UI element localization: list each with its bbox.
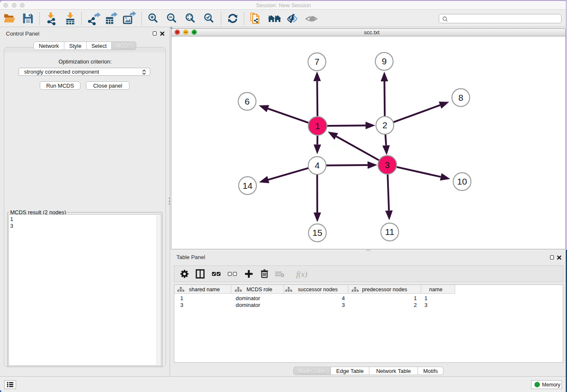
svg-text:predecessor nodes: predecessor nodes [362, 287, 407, 293]
svg-text:shared name: shared name [189, 287, 220, 293]
svg-text:14: 14 [242, 181, 253, 190]
svg-text:successor nodes: successor nodes [298, 287, 338, 293]
svg-text:10: 10 [457, 177, 467, 186]
svg-text:8: 8 [458, 93, 463, 102]
svg-text:4: 4 [315, 160, 320, 170]
svg-text:3: 3 [385, 160, 390, 170]
svg-text:7: 7 [314, 57, 319, 66]
svg-text:6: 6 [245, 97, 250, 106]
svg-text:11: 11 [385, 227, 394, 237]
svg-text:f(x): f(x) [296, 270, 307, 279]
svg-text:MCDS role: MCDS role [246, 287, 272, 293]
svg-text:9: 9 [382, 56, 387, 66]
svg-text:1: 1 [315, 121, 320, 131]
svg-text:15: 15 [312, 228, 322, 237]
svg-text:name: name [429, 287, 442, 293]
svg-text:2: 2 [383, 120, 388, 130]
